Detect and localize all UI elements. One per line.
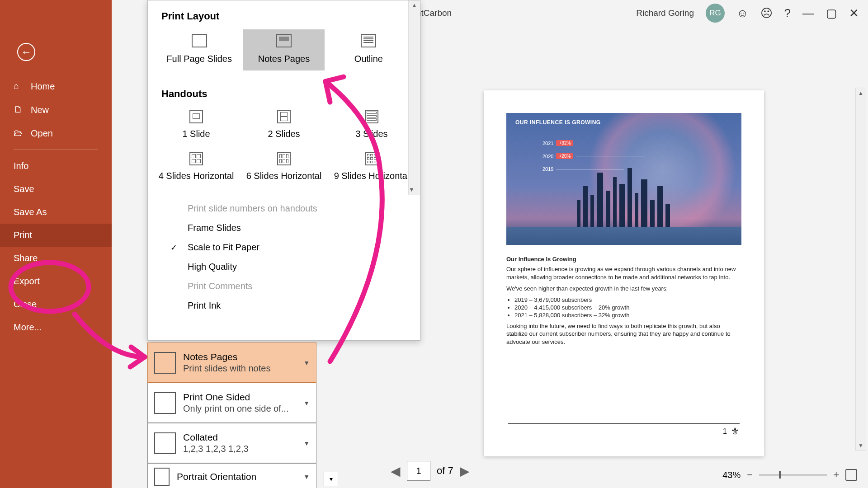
option-label: Print Comments <box>188 281 252 291</box>
chevron-down-icon: ▼ <box>303 440 310 447</box>
help-icon[interactable]: ? <box>784 6 791 20</box>
sides-icon <box>154 392 176 414</box>
notes-title: Our Influence Is Growing <box>506 256 741 263</box>
section-heading-layout: Print Layout <box>148 0 420 26</box>
opt-frame-slides[interactable]: Frame Slides <box>148 218 420 238</box>
option-label: Frame Slides <box>188 223 241 233</box>
handout-3-slides[interactable]: 3 Slides <box>329 106 415 145</box>
handout-icon <box>277 110 291 123</box>
handout-icon <box>365 110 378 123</box>
orientation-icon <box>154 468 170 486</box>
sidebar-item-label: Print <box>14 230 32 240</box>
close-icon[interactable]: ✕ <box>849 6 859 20</box>
chevron-down-icon: ▼ <box>303 359 310 366</box>
setting-orientation-select[interactable]: Portrait Orientation ▼ <box>147 463 316 488</box>
print-preview-page: OUR INFLUENCE IS GROWING 2021+32% 2020+2… <box>484 90 764 456</box>
zoom-out-button[interactable]: − <box>747 469 753 481</box>
notes-body: Our Influence Is Growing Our sphere of i… <box>506 256 741 346</box>
popup-scrollbar[interactable]: ▲ ▼ <box>408 0 420 195</box>
print-settings-column: Notes Pages Print slides with notes ▼ Pr… <box>147 343 316 488</box>
zoom-slider[interactable] <box>759 474 827 476</box>
select-title: Collated <box>183 432 296 443</box>
sidebar-item-close[interactable]: Close <box>0 293 112 316</box>
sidebar-item-label: Share <box>14 253 38 263</box>
handout-9-horizontal[interactable]: 9 Slides Horizontal <box>329 148 415 187</box>
sidebar-item-open[interactable]: 🗁Open <box>0 122 112 145</box>
sidebar-item-info[interactable]: Info <box>0 155 112 178</box>
avatar[interactable]: RG <box>706 4 725 23</box>
current-page-input[interactable] <box>407 461 430 481</box>
scroll-down-icon[interactable]: ▼ <box>856 441 866 450</box>
notes-bullet: 2020 – 4,415,000 subscribers – 20% growt… <box>514 304 741 311</box>
sidebar-item-saveas[interactable]: Save As <box>0 201 112 224</box>
select-subtitle: 1,2,3 1,2,3 1,2,3 <box>183 444 296 454</box>
handout-4-horizontal[interactable]: 4 Slides Horizontal <box>153 148 239 187</box>
slide-title: OUR INFLUENCE IS GROWING <box>515 119 601 126</box>
notes-paragraph: We've seen higher than expected growth i… <box>506 285 741 293</box>
prev-page-button[interactable]: ◀ <box>391 464 401 479</box>
title-bar: htCarbon Richard Goring RG ☺ ☹ ? — ▢ ✕ <box>0 0 868 26</box>
smile-icon[interactable]: ☺ <box>736 6 749 20</box>
sidebar-item-share[interactable]: Share <box>0 247 112 270</box>
zoom-percent: 43% <box>722 470 741 480</box>
sidebar-item-label: Info <box>14 161 28 171</box>
handout-label: 6 Slides Horizontal <box>241 171 327 181</box>
layout-select-icon <box>154 352 176 374</box>
sidebar-item-label: Open <box>31 128 53 139</box>
sidebar-item-label: Export <box>14 276 40 286</box>
doc-title-fragment: htCarbon <box>416 8 452 18</box>
select-subtitle: Print slides with notes <box>183 363 296 374</box>
frown-icon[interactable]: ☹ <box>760 6 773 20</box>
opt-scale-to-fit[interactable]: ✓Scale to Fit Paper <box>148 238 420 257</box>
restore-icon[interactable]: ▢ <box>826 6 837 20</box>
option-label: Scale to Fit Paper <box>188 242 259 253</box>
zoom-fit-button[interactable] <box>845 469 857 481</box>
sidebar-item-home[interactable]: ⌂Home <box>0 75 112 98</box>
handout-1-slide[interactable]: 1 Slide <box>153 106 239 145</box>
scroll-down-icon[interactable]: ▼ <box>409 185 415 195</box>
opt-print-slide-numbers: Print slide numbers on handouts <box>148 199 420 218</box>
check-icon: ✓ <box>170 243 179 253</box>
sidebar-item-export[interactable]: Export <box>0 270 112 293</box>
handout-2-slides[interactable]: 2 Slides <box>241 106 327 145</box>
sidebar-item-more[interactable]: More... <box>0 316 112 339</box>
setting-sides-select[interactable]: Print One Sided Only print on one side o… <box>147 383 316 423</box>
zoom-in-button[interactable]: + <box>833 469 839 481</box>
notes-paragraph: Looking into the future, we need to find… <box>506 322 741 346</box>
handout-label: 1 Slide <box>153 129 239 139</box>
option-label: Print Ink <box>188 300 221 311</box>
handout-label: 4 Slides Horizontal <box>153 171 239 181</box>
setting-layout-select[interactable]: Notes Pages Print slides with notes ▼ <box>147 343 316 383</box>
scroll-up-icon[interactable]: ▲ <box>409 0 420 10</box>
sidebar-item-print[interactable]: Print <box>0 224 112 247</box>
notes-bullet: 2021 – 5,828,000 subscribers – 32% growt… <box>514 312 741 319</box>
opt-high-quality[interactable]: High Quality <box>148 257 420 277</box>
next-page-button[interactable]: ▶ <box>460 464 470 479</box>
notes-paragraph: Our sphere of influence is growing as we… <box>506 265 741 281</box>
sidebar-item-new[interactable]: 🗋New <box>0 98 112 122</box>
sidebar-item-label: Save As <box>14 207 47 217</box>
back-button[interactable]: ← <box>17 43 35 61</box>
sidebar-item-label: New <box>31 105 49 115</box>
folder-open-icon: 🗁 <box>14 128 24 139</box>
backstage-sidebar: ← ⌂Home 🗋New 🗁Open Info Save Save As Pri… <box>0 0 112 488</box>
setting-collate-select[interactable]: Collated 1,2,3 1,2,3 1,2,3 ▼ <box>147 423 316 463</box>
page-navigator: ◀ of 7 ▶ <box>391 461 470 481</box>
minimize-icon[interactable]: — <box>802 6 814 20</box>
handout-icon <box>189 110 203 123</box>
sidebar-item-save[interactable]: Save <box>0 178 112 201</box>
layout-full-page-slides[interactable]: Full Page Slides <box>159 29 240 70</box>
opt-print-ink[interactable]: Print Ink <box>148 296 420 315</box>
chevron-down-icon: ▼ <box>303 473 310 480</box>
handout-label: 9 Slides Horizontal <box>329 171 415 181</box>
layout-outline[interactable]: Outline <box>328 29 409 70</box>
print-layout-popup: ▲ ▼ Print Layout Full Page Slides Notes … <box>147 0 420 341</box>
preview-scrollbar[interactable]: ▲ ▼ <box>855 88 866 451</box>
opt-print-comments: Print Comments <box>148 277 420 296</box>
settings-overflow-button[interactable]: ▾ <box>324 472 338 486</box>
handout-6-horizontal[interactable]: 6 Slides Horizontal <box>241 148 327 187</box>
layout-label: Full Page Slides <box>159 54 240 64</box>
sidebar-item-label: Save <box>14 184 34 194</box>
layout-notes-pages[interactable]: Notes Pages <box>243 29 325 70</box>
scroll-up-icon[interactable]: ▲ <box>856 88 866 98</box>
